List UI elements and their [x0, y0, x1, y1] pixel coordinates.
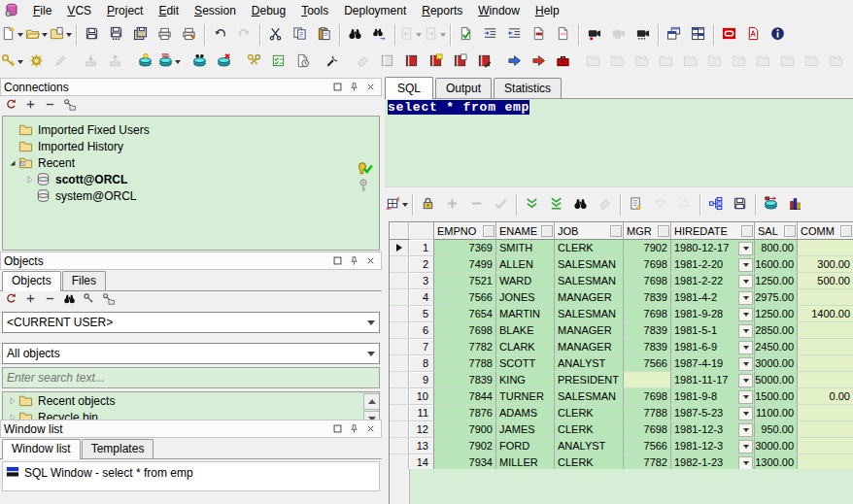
cell-mgr[interactable]: 7839 — [624, 339, 671, 355]
cell-job[interactable]: CLERK — [555, 421, 624, 438]
cell-empno[interactable]: 7566 — [434, 289, 496, 306]
cell-mgr[interactable]: 7698 — [624, 273, 671, 289]
cell-sal[interactable]: 5000.00 — [755, 372, 798, 388]
row-number-cell[interactable]: 13 — [409, 438, 434, 454]
cell-hiredate[interactable]: 1980-12-17 — [671, 240, 755, 256]
cell-ename[interactable]: JONES — [496, 289, 555, 306]
column-header-comm[interactable]: COMM — [798, 222, 853, 240]
expander-icon[interactable] — [7, 157, 18, 169]
cell-comm[interactable]: 0.00 — [798, 388, 853, 405]
cell-sal[interactable]: 2975.00 — [755, 289, 798, 306]
oracle-manual-button[interactable] — [400, 50, 423, 74]
row-number-cell[interactable]: 11 — [409, 405, 434, 421]
tab-statistics[interactable]: Statistics — [494, 78, 562, 98]
cascade-windows-button[interactable] — [663, 23, 685, 47]
execute-alt-button[interactable] — [528, 50, 550, 74]
scroll-up-button[interactable] — [363, 393, 380, 410]
date-dropdown-button[interactable] — [738, 242, 753, 255]
cell-sal[interactable]: 3000.00 — [755, 355, 798, 372]
test-manager-button[interactable] — [267, 50, 290, 74]
pin-button[interactable] — [347, 254, 361, 267]
cell-ename[interactable]: TURNER — [496, 388, 555, 405]
cell-job[interactable]: MANAGER — [555, 339, 624, 355]
date-dropdown-button[interactable] — [738, 291, 753, 305]
date-dropdown-button[interactable] — [738, 390, 753, 404]
column-sort-box[interactable] — [840, 225, 852, 237]
oracle-home-button[interactable] — [718, 23, 740, 47]
paste-button[interactable] — [313, 23, 335, 47]
cell-hiredate[interactable]: 1981-2-22 — [671, 273, 755, 289]
maximize-button[interactable] — [330, 422, 345, 435]
tab-objects[interactable]: Objects — [2, 271, 61, 291]
remove-object-button[interactable] — [41, 292, 58, 309]
cell-mgr[interactable]: 7698 — [624, 421, 671, 438]
save-results-button[interactable] — [729, 193, 751, 217]
cell-sal[interactable]: 2450.00 — [755, 339, 798, 355]
sessions-button[interactable] — [243, 50, 265, 74]
menu-item-help[interactable]: Help — [528, 2, 567, 19]
cell-hiredate[interactable]: 1981-12-3 — [671, 421, 755, 438]
cell-ename[interactable]: ADAMS — [496, 405, 555, 421]
date-dropdown-button[interactable] — [738, 275, 753, 288]
fetch-last-page-button[interactable] — [545, 193, 567, 217]
cell-mgr[interactable] — [624, 372, 671, 388]
column-sort-box[interactable] — [541, 225, 553, 237]
tab-sql[interactable]: SQL — [385, 77, 433, 99]
cell-hiredate[interactable]: 1981-9-8 — [671, 388, 755, 405]
cell-sal[interactable]: 1250.00 — [755, 273, 798, 289]
cell-ename[interactable]: SMITH — [496, 240, 555, 256]
tile-windows-button[interactable] — [687, 23, 709, 47]
date-dropdown-button[interactable] — [738, 440, 753, 454]
date-dropdown-button[interactable] — [738, 407, 753, 420]
log-on-button[interactable] — [1, 50, 23, 74]
cell-job[interactable]: PRESIDENT — [555, 372, 624, 388]
cell-empno[interactable]: 7839 — [434, 372, 496, 388]
connection-filter-button[interactable] — [60, 98, 78, 115]
tree-item-recent[interactable]: Recent — [3, 154, 379, 171]
tab-window-list[interactable]: Window list — [2, 439, 81, 459]
cell-sal[interactable]: 1600.00 — [755, 256, 798, 273]
column-header-ename[interactable]: ENAME — [496, 222, 555, 240]
execute-button[interactable] — [503, 50, 526, 74]
cell-ename[interactable]: KING — [496, 372, 555, 388]
cell-job[interactable]: SALESMAN — [555, 306, 624, 322]
explain-plan-window-button[interactable] — [134, 50, 156, 74]
cell-sal[interactable]: 1250.00 — [755, 306, 798, 322]
pin-button[interactable] — [347, 81, 361, 93]
cell-ename[interactable]: SCOTT — [496, 355, 555, 372]
cell-hiredate[interactable]: 1987-4-19 — [671, 355, 755, 372]
column-sort-box[interactable] — [658, 225, 669, 237]
find-object-button[interactable] — [60, 292, 78, 309]
expander-icon[interactable] — [24, 174, 36, 185]
find-next-button[interactable] — [368, 23, 391, 47]
date-dropdown-button[interactable] — [738, 324, 753, 338]
print-button[interactable] — [154, 23, 176, 47]
row-number-cell[interactable]: 9 — [409, 372, 434, 388]
cell-job[interactable]: MANAGER — [555, 322, 624, 339]
manual-notes-button[interactable] — [425, 50, 447, 74]
cell-mgr[interactable]: 7788 — [624, 405, 671, 421]
date-dropdown-button[interactable] — [738, 456, 753, 470]
maximize-button[interactable] — [330, 254, 345, 267]
cell-job[interactable]: CLERK — [555, 240, 624, 256]
cell-empno[interactable]: 7900 — [434, 421, 496, 438]
cell-mgr[interactable]: 7902 — [624, 240, 671, 256]
find-button[interactable] — [344, 23, 366, 47]
pin-button[interactable] — [347, 422, 361, 435]
cell-comm[interactable] — [798, 240, 853, 256]
find-database-object-button[interactable] — [188, 50, 211, 74]
tab-output[interactable]: Output — [435, 78, 492, 98]
new-item-button[interactable] — [1, 23, 23, 47]
close-button[interactable] — [363, 422, 378, 435]
date-dropdown-button[interactable] — [738, 423, 753, 437]
row-number-cell[interactable]: 1 — [409, 240, 434, 256]
cell-comm[interactable] — [798, 405, 853, 421]
tab-templates[interactable]: Templates — [82, 439, 154, 458]
cell-ename[interactable]: MARTIN — [496, 306, 555, 322]
expander-icon[interactable] — [7, 395, 18, 407]
window-list-item[interactable]: SQL Window - select * from emp — [3, 462, 379, 482]
tree-item-scott-orcl[interactable]: scott@ORCL — [3, 171, 379, 187]
cell-hiredate[interactable]: 1981-2-20 — [671, 256, 755, 273]
cell-comm[interactable] — [798, 421, 853, 438]
menu-item-reports[interactable]: Reports — [414, 2, 470, 19]
